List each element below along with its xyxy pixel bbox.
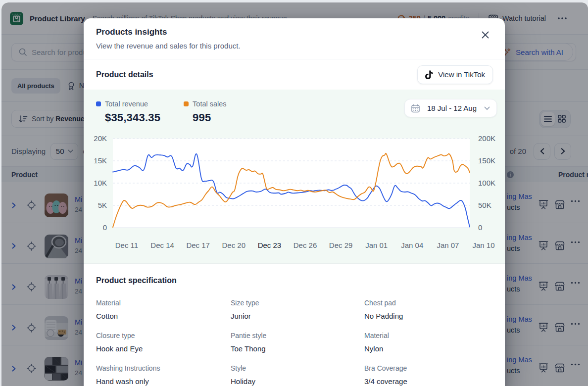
svg-text:Dec 26: Dec 26 — [294, 241, 317, 249]
specification-grid: Material Cotton Size type Junior Chest p… — [96, 298, 493, 386]
legend-total-revenue: Total revenue $35,343.35 — [96, 100, 160, 124]
specification-item: Bra Coverage 3/4 coverage — [364, 364, 493, 386]
spec-value: Holiday — [231, 377, 364, 386]
svg-text:Dec 17: Dec 17 — [186, 241, 210, 249]
modal-close-button[interactable] — [480, 29, 490, 40]
svg-text:100K: 100K — [478, 179, 495, 187]
svg-text:Jan 07: Jan 07 — [437, 241, 459, 249]
spec-label: Material — [96, 298, 231, 307]
spec-label: Pantie style — [231, 331, 364, 340]
total-revenue-value: $35,343.35 — [105, 111, 160, 124]
modal-header: Products insights View the revenue and s… — [84, 18, 505, 59]
spec-label: Material — [364, 331, 493, 340]
modal-subtitle: View the revenue and sales for this prod… — [96, 41, 493, 50]
spec-value: Hand wash only — [96, 377, 231, 386]
chevron-down-icon — [484, 106, 490, 110]
view-in-tiktok-button[interactable]: View in TikTok — [417, 65, 493, 84]
spec-label: Washing Instructions — [96, 364, 231, 373]
svg-text:Dec 29: Dec 29 — [329, 241, 353, 249]
product-specification-section: Product specification Material Cotton Si… — [84, 264, 505, 386]
svg-text:15K: 15K — [94, 156, 107, 165]
revenue-legend-label: Total revenue — [105, 100, 148, 108]
app-window: Product Library Search millions of TikTo… — [1, 2, 588, 386]
svg-text:10K: 10K — [94, 179, 107, 187]
total-sales-value: 995 — [193, 111, 227, 124]
svg-text:200K: 200K — [478, 134, 495, 143]
svg-text:Jan 04: Jan 04 — [401, 241, 423, 249]
spec-value: Toe Thong — [231, 344, 364, 354]
svg-text:0: 0 — [103, 223, 107, 232]
date-range-value: 18 Jul - 12 Aug — [425, 104, 479, 112]
svg-text:5K: 5K — [98, 201, 107, 209]
product-details-heading: Product details — [96, 70, 153, 79]
chart-panel: 005K50K10K100K15K150K20K200KDec 11Dec 14… — [84, 90, 505, 264]
svg-text:150K: 150K — [478, 156, 495, 165]
specification-item: Material Nylon — [364, 331, 493, 354]
svg-text:Jan 01: Jan 01 — [365, 241, 388, 249]
specification-item: Size type Junior — [231, 298, 364, 321]
spec-label: Closure type — [96, 331, 231, 340]
revenue-legend-swatch — [96, 101, 101, 106]
tiktok-icon — [425, 70, 433, 79]
product-details-bar: Product details View in TikTok — [84, 59, 505, 90]
spec-value: Nylon — [364, 344, 493, 354]
svg-text:Jan 10: Jan 10 — [472, 241, 494, 249]
spec-label: Size type — [231, 298, 364, 307]
svg-text:Dec 23: Dec 23 — [258, 241, 282, 249]
spec-label: Style — [231, 364, 364, 373]
specification-item: Chest pad No Padding — [364, 298, 493, 321]
products-insights-modal: Products insights View the revenue and s… — [84, 18, 505, 386]
spec-label: Bra Coverage — [364, 364, 493, 373]
svg-text:0: 0 — [478, 223, 482, 232]
svg-text:50K: 50K — [478, 201, 491, 209]
close-icon — [482, 31, 489, 39]
spec-value: Junior — [231, 311, 364, 321]
legend-total-sales: Total sales 995 — [184, 100, 227, 124]
svg-text:Dec 20: Dec 20 — [222, 241, 246, 249]
specification-item: Closure type Hook and Eye — [96, 331, 231, 354]
specification-item: Washing Instructions Hand wash only — [96, 364, 231, 386]
svg-text:Dec 14: Dec 14 — [150, 241, 174, 249]
svg-text:20K: 20K — [94, 134, 107, 143]
date-range-picker[interactable]: 18 Jul - 12 Aug — [404, 99, 497, 117]
sales-legend-swatch — [184, 101, 189, 106]
spec-value: No Padding — [364, 311, 493, 321]
spec-value: 3/4 coverage — [364, 377, 493, 386]
calendar-icon — [411, 104, 420, 113]
spec-label: Chest pad — [364, 298, 493, 307]
specification-item: Pantie style Toe Thong — [231, 331, 364, 354]
spec-value: Cotton — [96, 311, 231, 321]
specification-item: Material Cotton — [96, 298, 231, 321]
spec-value: Hook and Eye — [96, 344, 231, 354]
sales-legend-label: Total sales — [193, 100, 227, 108]
chart-legend: Total revenue $35,343.35 Total sales 995 — [96, 100, 227, 124]
svg-text:Dec 11: Dec 11 — [115, 241, 138, 249]
specification-item: Style Holiday — [231, 364, 364, 386]
modal-title: Products insights — [96, 27, 493, 38]
view-in-tiktok-label: View in TikTok — [438, 70, 485, 79]
specification-heading: Product specification — [96, 276, 493, 285]
